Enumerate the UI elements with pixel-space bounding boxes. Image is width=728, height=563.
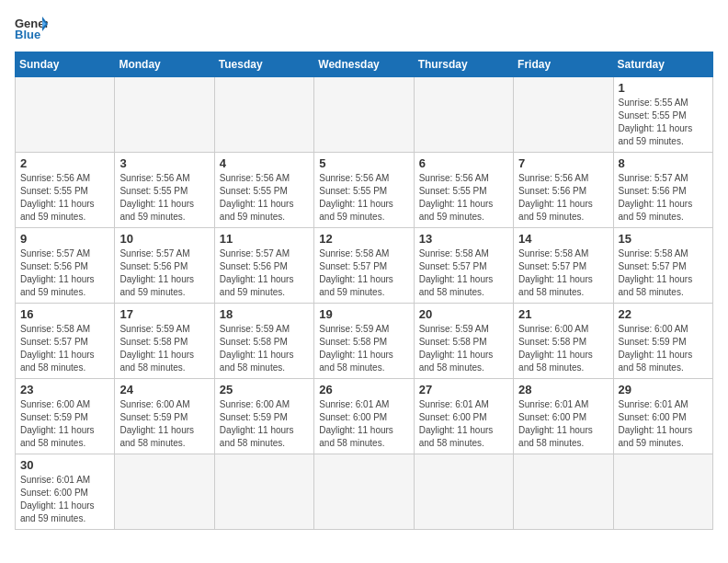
calendar-cell-empty	[514, 77, 613, 153]
calendar-cell-empty	[414, 77, 513, 153]
day-number: 21	[518, 307, 608, 321]
day-number: 28	[518, 383, 608, 396]
day-info: Sunrise: 5:55 AMSunset: 5:55 PMDaylight:…	[619, 97, 708, 148]
calendar-cell-day: 10Sunrise: 5:57 AMSunset: 5:56 PMDayligh…	[115, 228, 214, 304]
day-number: 10	[119, 232, 209, 246]
weekday-header-sunday: Sunday	[16, 52, 115, 77]
weekday-header-thursday: Thursday	[414, 52, 513, 77]
day-number: 30	[20, 458, 109, 472]
calendar-cell-day: 16Sunrise: 5:58 AMSunset: 5:57 PMDayligh…	[16, 304, 115, 379]
calendar-cell-empty	[314, 77, 414, 153]
day-number: 9	[20, 232, 109, 246]
day-number: 26	[319, 383, 408, 396]
day-number: 11	[220, 232, 309, 246]
day-info: Sunrise: 6:00 AMSunset: 5:59 PMDaylight:…	[119, 398, 209, 450]
weekday-header-friday: Friday	[514, 52, 613, 77]
day-info: Sunrise: 5:58 AMSunset: 5:57 PMDaylight:…	[619, 247, 708, 299]
day-number: 13	[419, 232, 508, 246]
calendar-cell-empty	[214, 77, 313, 153]
weekday-header-wednesday: Wednesday	[314, 52, 414, 77]
calendar-row: 16Sunrise: 5:58 AMSunset: 5:57 PMDayligh…	[16, 304, 713, 379]
calendar-table: SundayMondayTuesdayWednesdayThursdayFrid…	[15, 52, 713, 530]
calendar-cell-day: 28Sunrise: 6:01 AMSunset: 6:00 PMDayligh…	[514, 379, 613, 454]
calendar-cell-day: 8Sunrise: 5:57 AMSunset: 5:56 PMDaylight…	[613, 153, 712, 228]
calendar-cell-day: 23Sunrise: 6:00 AMSunset: 5:59 PMDayligh…	[16, 379, 115, 454]
day-info: Sunrise: 6:01 AMSunset: 6:00 PMDaylight:…	[319, 398, 408, 450]
calendar-row: 1Sunrise: 5:55 AMSunset: 5:55 PMDaylight…	[16, 77, 713, 153]
calendar-cell-day: 15Sunrise: 5:58 AMSunset: 5:57 PMDayligh…	[613, 228, 712, 304]
day-info: Sunrise: 6:01 AMSunset: 6:00 PMDaylight:…	[518, 398, 608, 450]
page-header: General Blue	[15, 15, 713, 40]
day-info: Sunrise: 5:57 AMSunset: 5:56 PMDaylight:…	[619, 172, 708, 224]
day-number: 15	[619, 232, 708, 246]
day-number: 5	[319, 156, 408, 170]
day-info: Sunrise: 5:58 AMSunset: 5:57 PMDaylight:…	[518, 247, 608, 299]
day-info: Sunrise: 6:00 AMSunset: 5:59 PMDaylight:…	[619, 323, 708, 374]
calendar-row: 30Sunrise: 6:01 AMSunset: 6:00 PMDayligh…	[16, 454, 713, 530]
calendar-cell-empty	[16, 77, 115, 153]
calendar-cell-day: 29Sunrise: 6:01 AMSunset: 6:00 PMDayligh…	[613, 379, 712, 454]
weekday-header-tuesday: Tuesday	[214, 52, 313, 77]
day-number: 4	[220, 156, 309, 170]
day-info: Sunrise: 5:56 AMSunset: 5:55 PMDaylight:…	[220, 172, 309, 224]
day-info: Sunrise: 5:57 AMSunset: 5:56 PMDaylight:…	[20, 247, 109, 299]
calendar-cell-day: 7Sunrise: 5:56 AMSunset: 5:56 PMDaylight…	[514, 153, 613, 228]
day-info: Sunrise: 5:59 AMSunset: 5:58 PMDaylight:…	[419, 323, 508, 374]
calendar-cell-day: 30Sunrise: 6:01 AMSunset: 6:00 PMDayligh…	[16, 454, 115, 530]
day-number: 16	[20, 307, 109, 321]
day-number: 25	[220, 383, 309, 396]
calendar-cell-day: 25Sunrise: 6:00 AMSunset: 5:59 PMDayligh…	[214, 379, 313, 454]
day-number: 18	[220, 307, 309, 321]
calendar-cell-day: 5Sunrise: 5:56 AMSunset: 5:55 PMDaylight…	[314, 153, 414, 228]
day-info: Sunrise: 6:01 AMSunset: 6:00 PMDaylight:…	[419, 398, 508, 450]
day-info: Sunrise: 6:00 AMSunset: 5:59 PMDaylight:…	[20, 398, 109, 450]
day-info: Sunrise: 5:58 AMSunset: 5:57 PMDaylight:…	[319, 247, 408, 299]
day-number: 8	[619, 156, 708, 170]
calendar-cell-day: 18Sunrise: 5:59 AMSunset: 5:58 PMDayligh…	[214, 304, 313, 379]
day-info: Sunrise: 5:59 AMSunset: 5:58 PMDaylight:…	[220, 323, 309, 374]
day-number: 3	[119, 156, 209, 170]
day-info: Sunrise: 5:56 AMSunset: 5:56 PMDaylight:…	[518, 172, 608, 224]
day-number: 12	[319, 232, 408, 246]
logo: General Blue	[15, 15, 51, 40]
calendar-cell-empty	[314, 454, 414, 530]
day-info: Sunrise: 6:00 AMSunset: 5:59 PMDaylight:…	[220, 398, 309, 450]
calendar-cell-day: 11Sunrise: 5:57 AMSunset: 5:56 PMDayligh…	[214, 228, 313, 304]
weekday-header-monday: Monday	[115, 52, 214, 77]
calendar-cell-day: 1Sunrise: 5:55 AMSunset: 5:55 PMDaylight…	[613, 77, 712, 153]
day-info: Sunrise: 5:57 AMSunset: 5:56 PMDaylight:…	[119, 247, 209, 299]
day-info: Sunrise: 5:56 AMSunset: 5:55 PMDaylight:…	[419, 172, 508, 224]
calendar-cell-day: 17Sunrise: 5:59 AMSunset: 5:58 PMDayligh…	[115, 304, 214, 379]
calendar-row: 9Sunrise: 5:57 AMSunset: 5:56 PMDaylight…	[16, 228, 713, 304]
day-info: Sunrise: 5:56 AMSunset: 5:55 PMDaylight:…	[119, 172, 209, 224]
calendar-cell-day: 14Sunrise: 5:58 AMSunset: 5:57 PMDayligh…	[514, 228, 613, 304]
logo-icon: General Blue	[15, 15, 48, 40]
day-info: Sunrise: 6:01 AMSunset: 6:00 PMDaylight:…	[619, 398, 708, 450]
calendar-cell-empty	[514, 454, 613, 530]
calendar-cell-day: 4Sunrise: 5:56 AMSunset: 5:55 PMDaylight…	[214, 153, 313, 228]
calendar-cell-day: 24Sunrise: 6:00 AMSunset: 5:59 PMDayligh…	[115, 379, 214, 454]
day-info: Sunrise: 5:58 AMSunset: 5:57 PMDaylight:…	[20, 323, 109, 374]
day-number: 29	[619, 383, 708, 396]
day-number: 20	[419, 307, 508, 321]
day-number: 2	[20, 156, 109, 170]
calendar-cell-day: 12Sunrise: 5:58 AMSunset: 5:57 PMDayligh…	[314, 228, 414, 304]
calendar-cell-day: 27Sunrise: 6:01 AMSunset: 6:00 PMDayligh…	[414, 379, 513, 454]
calendar-cell-empty	[115, 454, 214, 530]
day-info: Sunrise: 5:59 AMSunset: 5:58 PMDaylight:…	[119, 323, 209, 374]
day-number: 27	[419, 383, 508, 396]
day-info: Sunrise: 6:01 AMSunset: 6:00 PMDaylight:…	[20, 474, 109, 525]
calendar-cell-empty	[414, 454, 513, 530]
calendar-cell-day: 13Sunrise: 5:58 AMSunset: 5:57 PMDayligh…	[414, 228, 513, 304]
calendar-cell-day: 22Sunrise: 6:00 AMSunset: 5:59 PMDayligh…	[613, 304, 712, 379]
day-info: Sunrise: 5:56 AMSunset: 5:55 PMDaylight:…	[20, 172, 109, 224]
calendar-cell-empty	[214, 454, 313, 530]
day-number: 1	[619, 81, 708, 95]
day-number: 14	[518, 232, 608, 246]
day-number: 6	[419, 156, 508, 170]
day-number: 7	[518, 156, 608, 170]
calendar-cell-day: 19Sunrise: 5:59 AMSunset: 5:58 PMDayligh…	[314, 304, 414, 379]
day-info: Sunrise: 5:56 AMSunset: 5:55 PMDaylight:…	[319, 172, 408, 224]
calendar-cell-day: 21Sunrise: 6:00 AMSunset: 5:58 PMDayligh…	[514, 304, 613, 379]
calendar-cell-day: 20Sunrise: 5:59 AMSunset: 5:58 PMDayligh…	[414, 304, 513, 379]
